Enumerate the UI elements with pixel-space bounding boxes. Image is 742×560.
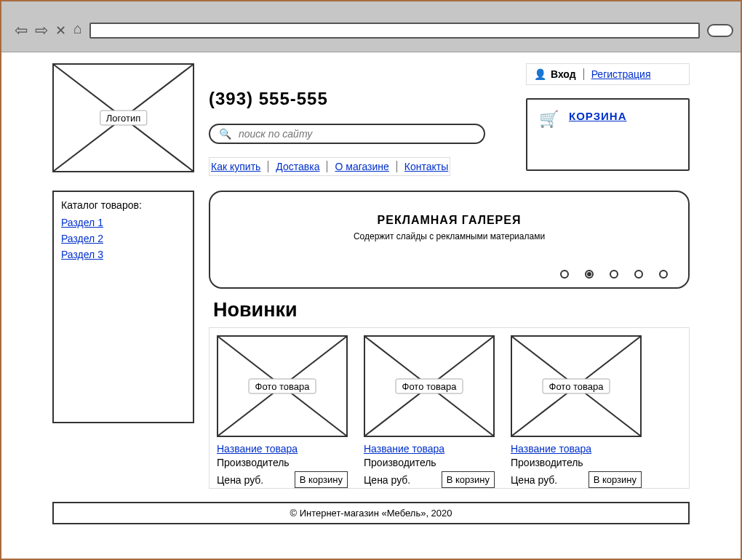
banner-dot-3[interactable] xyxy=(610,270,618,279)
catalog-section-3[interactable]: Раздел 3 xyxy=(61,249,186,260)
product-photo-label: Фото товара xyxy=(396,379,463,394)
search-icon: 🔍 xyxy=(219,128,231,140)
product-name-link[interactable]: Название товара xyxy=(364,443,444,455)
logo-placeholder: Логотип xyxy=(52,63,194,172)
stop-button[interactable]: ✕ xyxy=(55,23,66,39)
product-card: Фото товара Название товара Производител… xyxy=(364,335,495,488)
catalog-section-2[interactable]: Раздел 2 xyxy=(61,233,186,244)
add-to-cart-button[interactable]: В корзину xyxy=(442,471,495,488)
product-price: Цена руб. xyxy=(364,474,410,486)
url-bar[interactable] xyxy=(89,23,700,39)
phone-number: (393) 555-555 xyxy=(209,89,511,109)
forward-button[interactable]: ⇨ xyxy=(35,21,48,40)
footer: © Интернет-магазин «Мебель», 2020 xyxy=(52,502,690,524)
info-link-contacts[interactable]: Контакты xyxy=(404,161,448,172)
product-maker: Производитель xyxy=(511,457,642,468)
info-link-about[interactable]: О магазине xyxy=(335,161,388,172)
product-image-placeholder: Фото товара xyxy=(511,335,642,437)
product-photo-label: Фото товара xyxy=(249,379,316,394)
banner-dot-1[interactable] xyxy=(560,270,569,279)
add-to-cart-button[interactable]: В корзину xyxy=(295,471,348,488)
banner-dot-2[interactable] xyxy=(585,270,594,279)
promo-banner: РЕКЛАМНАЯ ГАЛЕРЕЯ Содержит слайды с рекл… xyxy=(209,191,690,289)
info-link-delivery[interactable]: Доставка xyxy=(276,161,319,172)
product-name-link[interactable]: Название товара xyxy=(511,443,591,455)
new-products-title: Новинки xyxy=(213,299,690,321)
cart-icon: 🛒 xyxy=(539,110,559,129)
banner-dot-5[interactable] xyxy=(659,270,668,279)
cart-link[interactable]: КОРЗИНА xyxy=(569,110,626,122)
banner-title: РЕКЛАМНАЯ ГАЛЕРЕЯ xyxy=(210,214,688,227)
product-card: Фото товара Название товара Производител… xyxy=(217,335,348,488)
catalog-title: Каталог товаров: xyxy=(61,199,186,211)
product-price: Цена руб. xyxy=(511,474,557,486)
search-field[interactable]: 🔍 xyxy=(209,124,485,144)
catalog-section-1[interactable]: Раздел 1 xyxy=(61,217,186,228)
go-button[interactable] xyxy=(707,24,733,37)
product-maker: Производитель xyxy=(364,457,495,468)
info-links-bar: Как купить Доставка О магазине Контакты xyxy=(209,157,450,176)
product-price: Цена руб. xyxy=(217,474,263,486)
footer-text: © Интернет-магазин «Мебель», 2020 xyxy=(290,508,452,519)
product-image-placeholder: Фото товара xyxy=(364,335,495,437)
user-icon: 👤 xyxy=(534,68,546,80)
banner-subtitle: Содержит слайды с рекламными материалами xyxy=(210,231,688,241)
products-container: Фото товара Название товара Производител… xyxy=(209,327,690,489)
login-link[interactable]: Вход xyxy=(551,68,576,80)
product-maker: Производитель xyxy=(217,457,348,468)
info-link-how-to-buy[interactable]: Как купить xyxy=(211,161,260,172)
banner-dots xyxy=(560,270,668,279)
browser-chrome: ⇦ ⇨ ✕ ⌂ xyxy=(1,1,741,52)
product-image-placeholder: Фото товара xyxy=(217,335,348,437)
auth-bar: 👤 Вход Регистрация xyxy=(526,63,690,85)
home-button[interactable]: ⌂ xyxy=(73,20,82,37)
product-card: Фото товара Название товара Производител… xyxy=(511,335,642,488)
search-input[interactable] xyxy=(237,127,475,140)
back-button[interactable]: ⇦ xyxy=(15,21,28,40)
product-photo-label: Фото товара xyxy=(543,379,610,394)
register-link[interactable]: Регистрация xyxy=(591,68,651,80)
banner-dot-4[interactable] xyxy=(634,270,643,279)
logo-label: Логотип xyxy=(100,111,147,126)
catalog-box: Каталог товаров: Раздел 1 Раздел 2 Разде… xyxy=(52,191,194,423)
add-to-cart-button[interactable]: В корзину xyxy=(589,471,642,488)
product-name-link[interactable]: Название товара xyxy=(217,443,298,455)
cart-box[interactable]: 🛒 КОРЗИНА xyxy=(526,98,690,171)
